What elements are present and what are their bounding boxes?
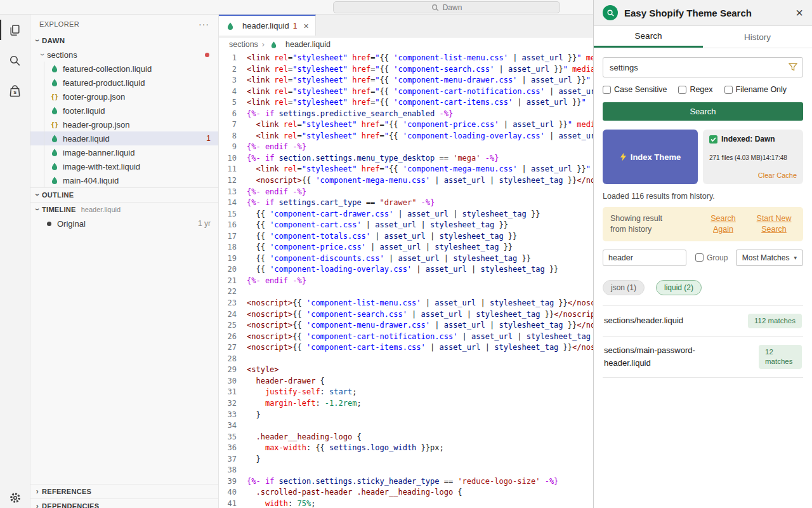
tab-header-liquid[interactable]: header.liquid 1 × — [219, 15, 316, 36]
code-line[interactable]: 30 header-drawer { — [219, 376, 593, 387]
explorer-root-dawn[interactable]: › DAWN — [30, 34, 218, 48]
code-line[interactable]: 18 {{ 'component-price.css' | asset_url … — [219, 242, 593, 253]
code-line[interactable]: 38 — [219, 465, 593, 476]
file-name: header.liquid — [63, 134, 110, 144]
sort-select[interactable]: Most Matches ▾ — [736, 250, 803, 266]
code-line[interactable]: 33 } — [219, 410, 593, 421]
link-start-new-search[interactable]: Start New Search — [755, 213, 793, 235]
chip-liquid-2[interactable]: liquid (2) — [656, 280, 702, 295]
code-line[interactable]: 36 max-width: {{ settings.logo_width }}p… — [219, 443, 593, 454]
tab-search[interactable]: Search — [594, 26, 703, 48]
option-filename-only[interactable]: Filename Only — [724, 85, 787, 94]
code-line[interactable]: 12 <noscript>{{ 'component-mega-menu.css… — [219, 175, 593, 187]
code-line[interactable]: 11 <link rel="stylesheet" href="{{ 'comp… — [219, 164, 593, 175]
code-line[interactable]: 14{%- if settings.cart_type == "drawer" … — [219, 197, 593, 209]
code-line[interactable]: 28 — [219, 354, 593, 365]
link-search-again[interactable]: Search Again — [704, 213, 742, 235]
result-filter-input[interactable] — [603, 250, 686, 266]
code-line[interactable]: 29<style> — [219, 364, 593, 376]
code-line[interactable]: 32 margin-left: -1.2rem; — [219, 398, 593, 410]
file-footer-liquid[interactable]: footer.liquid — [30, 104, 218, 117]
breadcrumb-file[interactable]: header.liquid — [285, 40, 331, 49]
file-footer-group-json[interactable]: {}footer-group.json — [30, 90, 218, 104]
code-line[interactable]: 2<link rel="stylesheet" href="{{ 'compon… — [219, 64, 593, 76]
code-line[interactable]: 17 {{ 'component-totals.css' | asset_url… — [219, 231, 593, 243]
tab-close-icon[interactable]: × — [303, 21, 308, 31]
code-line[interactable]: 16 {{ 'component-cart.css' | asset_url |… — [219, 220, 593, 231]
code-line[interactable]: 6{%- if settings.predictive_search_enabl… — [219, 109, 593, 120]
index-theme-button[interactable]: Index Theme — [603, 130, 698, 184]
liquid-droplet-icon — [49, 149, 60, 156]
search-input[interactable] — [603, 57, 803, 77]
result-file-name[interactable]: sections/header.liquid — [604, 314, 742, 327]
code-line[interactable]: 22 — [219, 286, 593, 298]
code-line[interactable]: 8 <link rel="stylesheet" href="{{ 'compo… — [219, 131, 593, 142]
code-line[interactable]: 5<link rel="stylesheet" href="{{ 'compon… — [219, 97, 593, 109]
breadcrumb[interactable]: sections › header.liquid — [219, 37, 593, 51]
code-line[interactable]: 9{%- endif -%} — [219, 142, 593, 153]
chip-json-1[interactable]: json (1) — [603, 280, 645, 295]
timeline-section[interactable]: › TIMELINE header.liquid — [30, 202, 218, 217]
code-line[interactable]: 41 width: 75%; — [219, 498, 593, 508]
line-number: 33 — [219, 410, 247, 421]
code-line[interactable]: 19 {{ 'component-discounts.css' | asset_… — [219, 253, 593, 265]
code-line[interactable]: 31 justify-self: start; — [219, 387, 593, 398]
explorer-more-button[interactable]: ··· — [199, 19, 209, 29]
checkbox-icon[interactable] — [603, 86, 611, 94]
code-line[interactable]: 3<link rel="stylesheet" href="{{ 'compon… — [219, 75, 593, 86]
code-line[interactable]: 40 .scrolled-past-header .header__headin… — [219, 487, 593, 498]
code-line[interactable]: 23<noscript>{{ 'component-list-menu.css'… — [219, 298, 593, 309]
dependencies-section[interactable]: › DEPENDENCIES — [30, 498, 218, 508]
code-line[interactable]: 27<noscript>{{ 'component-cart-items.css… — [219, 342, 593, 354]
code-line[interactable]: 1<link rel="stylesheet" href="{{ 'compon… — [219, 53, 593, 64]
code-line[interactable]: 13{%- endif -%} — [219, 187, 593, 198]
checkbox-icon[interactable] — [678, 86, 686, 94]
code-editor[interactable]: 1<link rel="stylesheet" href="{{ 'compon… — [219, 51, 593, 508]
code-line[interactable]: 10{%- if section.settings.menu_type_desk… — [219, 153, 593, 164]
file-header-liquid[interactable]: header.liquid1 — [30, 131, 218, 145]
search-button[interactable]: Search — [603, 102, 803, 121]
code-line[interactable]: 39{%- if section.settings.sticky_header_… — [219, 476, 593, 488]
checkbox-icon[interactable] — [724, 86, 733, 94]
option-case-sensitive[interactable]: Case Sensitive — [603, 85, 667, 94]
references-section[interactable]: › REFERENCES — [30, 484, 218, 498]
command-center[interactable]: Dawn — [333, 1, 560, 13]
result-row[interactable]: sections/main-password-header.liquid12 m… — [603, 337, 803, 378]
extension-panel: Easy Shopify Theme Search × Search Histo… — [593, 0, 812, 508]
outline-section[interactable]: › OUTLINE — [30, 187, 218, 202]
activity-search[interactable] — [0, 53, 30, 68]
file-header-group-json[interactable]: {}header-group.json — [30, 117, 218, 131]
file-featured-product-liquid[interactable]: featured-product.liquid — [30, 76, 218, 90]
timeline-item-original[interactable]: Original 1 yr — [30, 217, 218, 231]
code-line[interactable]: 26<noscript>{{ 'component-cart-notificat… — [219, 331, 593, 343]
code-line[interactable]: 4<link rel="stylesheet" href="{{ 'compon… — [219, 86, 593, 98]
code-line[interactable]: 21{%- endif -%} — [219, 276, 593, 287]
option-regex[interactable]: Regex — [678, 85, 712, 94]
code-line[interactable]: 20 {{ 'component-loading-overlay.css' | … — [219, 264, 593, 276]
activity-shopify[interactable]: S — [0, 83, 30, 98]
code-line[interactable]: 7 <link rel="stylesheet" href="{{ 'compo… — [219, 119, 593, 131]
activity-settings[interactable] — [0, 490, 30, 505]
code-line[interactable]: 34 — [219, 420, 593, 432]
code-line[interactable]: 35 .header__heading-logo { — [219, 432, 593, 443]
file-main-404-liquid[interactable]: main-404.liquid — [30, 173, 218, 187]
activity-explorer[interactable] — [0, 22, 30, 37]
file-featured-collection-liquid[interactable]: featured-collection.liquid — [30, 62, 218, 76]
explorer-folder-sections[interactable]: › sections — [30, 48, 218, 62]
breadcrumb-folder[interactable]: sections — [229, 40, 258, 49]
result-file-name[interactable]: sections/main-password-header.liquid — [604, 344, 752, 370]
tab-history[interactable]: History — [703, 26, 812, 48]
group-checkbox[interactable]: Group — [695, 253, 728, 262]
file-image-with-text-liquid[interactable]: image-with-text.liquid — [30, 159, 218, 173]
code-line[interactable]: 15 {{ 'component-cart-drawer.css' | asse… — [219, 209, 593, 220]
clear-cache-link[interactable]: Clear Cache — [758, 171, 797, 179]
code-line[interactable]: 25<noscript>{{ 'component-menu-drawer.cs… — [219, 320, 593, 331]
file-image-banner-liquid[interactable]: image-banner.liquid — [30, 145, 218, 159]
code-line[interactable]: 37 } — [219, 454, 593, 465]
code-line[interactable]: 24<noscript>{{ 'component-search.css' | … — [219, 309, 593, 321]
panel-header: Easy Shopify Theme Search × — [594, 0, 812, 26]
close-panel-icon[interactable]: × — [796, 6, 803, 19]
checkbox-icon[interactable] — [695, 253, 704, 262]
filter-funnel-icon[interactable] — [789, 63, 797, 71]
result-row[interactable]: sections/header.liquid112 matches — [603, 306, 803, 337]
